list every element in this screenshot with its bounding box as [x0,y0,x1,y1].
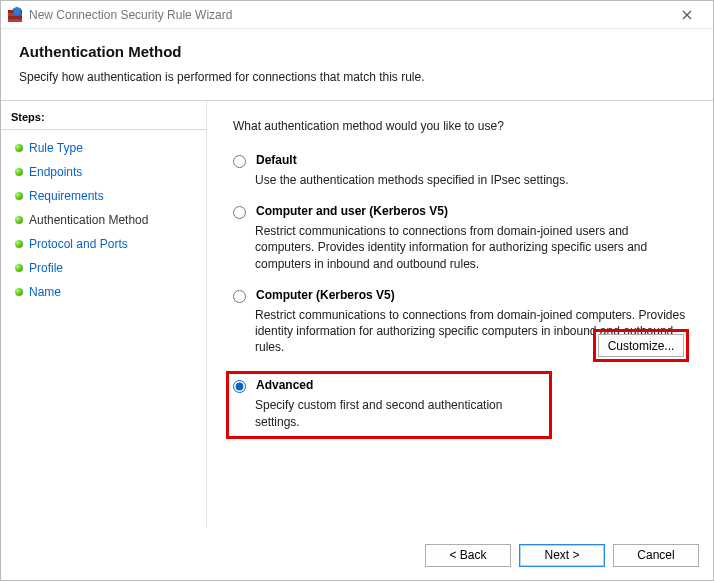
option-comp-label: Computer (Kerberos V5) [256,288,395,302]
step-protocol-and-ports[interactable]: Protocol and Ports [1,232,206,256]
radio-default[interactable] [233,155,246,168]
steps-sidebar: Steps: Rule Type Endpoints Requirements … [1,101,207,527]
bullet-icon [15,264,23,272]
steps-label: Steps: [1,107,206,130]
firewall-icon [7,7,23,23]
step-name[interactable]: Name [1,280,206,304]
option-cu-desc: Restrict communications to connections f… [255,223,675,272]
wizard-footer: < Back Next > Cancel [1,530,713,580]
bullet-icon [15,216,23,224]
option-default-desc: Use the authentication methods specified… [255,172,675,188]
step-label: Authentication Method [29,213,148,227]
radio-computer[interactable] [233,290,246,303]
wizard-main: What authentication method would you lik… [207,101,713,527]
cancel-button[interactable]: Cancel [613,544,699,567]
option-cu-row[interactable]: Computer and user (Kerberos V5) [233,204,695,219]
page-subtitle: Specify how authentication is performed … [19,70,695,84]
step-label: Name [29,285,61,299]
wizard-header: Authentication Method Specify how authen… [1,29,713,100]
option-default-label: Default [256,153,297,167]
option-computer-user: Computer and user (Kerberos V5) Restrict… [233,204,695,272]
bullet-icon [15,144,23,152]
step-label: Endpoints [29,165,82,179]
bullet-icon [15,288,23,296]
close-button[interactable] [667,1,707,29]
svg-rect-2 [8,16,22,19]
bullet-icon [15,168,23,176]
step-requirements[interactable]: Requirements [1,184,206,208]
step-authentication-method[interactable]: Authentication Method [1,208,206,232]
radio-advanced[interactable] [233,380,246,393]
bullet-icon [15,192,23,200]
option-advanced: Advanced Specify custom first and second… [226,371,552,438]
back-button[interactable]: < Back [425,544,511,567]
step-label: Rule Type [29,141,83,155]
step-label: Protocol and Ports [29,237,128,251]
step-label: Requirements [29,189,104,203]
option-default-row[interactable]: Default [233,153,695,168]
next-button[interactable]: Next > [519,544,605,567]
customize-highlight: Customize... [593,329,689,362]
page-title: Authentication Method [19,43,695,60]
option-adv-row[interactable]: Advanced [233,378,543,393]
radio-computer-user[interactable] [233,206,246,219]
titlebar: New Connection Security Rule Wizard [1,1,713,29]
main-prompt: What authentication method would you lik… [233,119,695,133]
option-adv-label: Advanced [256,378,313,392]
step-endpoints[interactable]: Endpoints [1,160,206,184]
option-comp-row[interactable]: Computer (Kerberos V5) [233,288,695,303]
customize-button[interactable]: Customize... [598,334,684,357]
step-profile[interactable]: Profile [1,256,206,280]
step-label: Profile [29,261,63,275]
step-rule-type[interactable]: Rule Type [1,136,206,160]
window-title: New Connection Security Rule Wizard [29,8,667,22]
option-adv-desc: Specify custom first and second authenti… [255,397,543,429]
option-default: Default Use the authentication methods s… [233,153,695,188]
option-cu-label: Computer and user (Kerberos V5) [256,204,448,218]
bullet-icon [15,240,23,248]
